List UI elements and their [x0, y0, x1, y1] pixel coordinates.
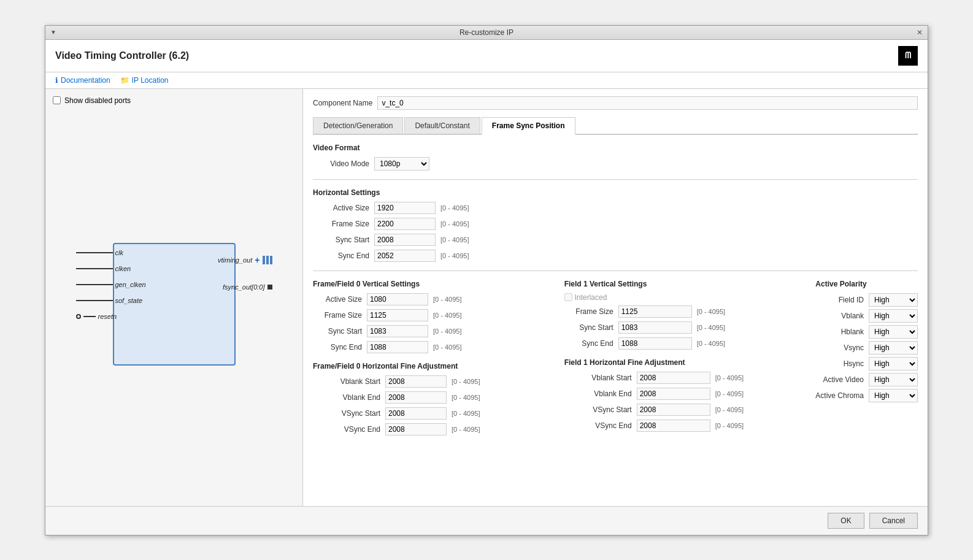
f1-frame-size-label: Frame Size: [564, 307, 613, 316]
vsync-select[interactable]: HighLow: [869, 341, 918, 355]
component-name-label: Component Name: [313, 99, 372, 107]
f0-frame-size-row: Frame Size [0 - 4095]: [313, 309, 552, 321]
h-sync-end-input[interactable]: [374, 250, 436, 262]
h-active-size-row: Active Size [0 - 4095]: [320, 202, 918, 214]
tab-frame-sync-position[interactable]: Frame Sync Position: [482, 117, 575, 135]
f0-vblank-start-input[interactable]: [385, 375, 447, 388]
close-icon[interactable]: ✕: [917, 28, 923, 37]
port-fsync-out: fsync_out[0:0]: [218, 283, 272, 291]
f0-vsync-end-input[interactable]: [385, 423, 447, 435]
col-field1: Field 1 Vertical Settings Interlaced Fra…: [564, 280, 804, 439]
f1-vsync-end-label: VSync End: [564, 421, 632, 430]
f0-vblank-start-label: Vblank Start: [313, 377, 380, 386]
component-name-row: Component Name: [313, 96, 918, 110]
f0-frame-size-input[interactable]: [367, 309, 428, 321]
video-format-title: Video Format: [313, 144, 918, 152]
video-format-section: Video Format Video Mode 1080p 720p 480p …: [313, 144, 918, 171]
f1-vblank-start-input[interactable]: [637, 372, 710, 384]
folder-icon: 📁: [120, 76, 129, 85]
f0-sync-end-label: Sync End: [313, 343, 362, 351]
f1-vsync-end-range: [0 - 4095]: [715, 422, 744, 429]
h-frame-size-range: [0 - 4095]: [440, 220, 469, 228]
f0-vblank-end-row: Vblank End [0 - 4095]: [313, 391, 552, 404]
hblank-select[interactable]: HighLow: [869, 325, 918, 339]
f1-vsync-start-input[interactable]: [637, 404, 710, 416]
toolbar: ℹ Documentation 📁 IP Location: [45, 72, 928, 89]
f0-active-size-input[interactable]: [367, 293, 428, 305]
port-gen-clken-line: [76, 284, 113, 285]
interlaced-text: Interlaced: [575, 293, 607, 302]
h-active-size-input[interactable]: [374, 202, 436, 214]
field-id-label: Field ID: [815, 296, 864, 304]
f1-vblank-end-input[interactable]: [637, 388, 710, 400]
footer: OK Cancel: [45, 506, 928, 535]
ip-location-button[interactable]: 📁 IP Location: [120, 76, 169, 85]
port-vtiming-label: vtiming_out: [218, 256, 252, 264]
port-gen-clken-label: gen_clken: [115, 281, 146, 288]
f0-sync-end-input[interactable]: [367, 341, 428, 353]
ok-button[interactable]: OK: [828, 513, 864, 529]
tabs: Detection/Generation Default/Constant Fr…: [313, 117, 918, 135]
f0-vblank-start-row: Vblank Start [0 - 4095]: [313, 375, 552, 388]
f1-vsync-start-range: [0 - 4095]: [715, 406, 744, 413]
f0-active-size-row: Active Size [0 - 4095]: [313, 293, 552, 305]
active-video-select[interactable]: HighLow: [869, 373, 918, 386]
f0-sync-start-label: Sync Start: [313, 327, 362, 336]
f1-sync-start-input[interactable]: [618, 321, 692, 334]
amd-logo: ᗰ: [898, 46, 918, 66]
interlaced-checkbox[interactable]: [564, 293, 572, 301]
port-clk: clk: [76, 249, 146, 256]
f1-frame-size-input[interactable]: [618, 305, 692, 318]
f1-sync-end-input[interactable]: [618, 337, 692, 350]
port-resetn-label: resetn: [98, 313, 117, 320]
f1-vblank-start-row: Vblank Start [0 - 4095]: [564, 372, 804, 384]
right-ports: + vtiming_out fsync_out[0:0]: [218, 255, 272, 291]
h-sync-start-input[interactable]: [374, 234, 436, 246]
port-resetn: resetn: [76, 313, 146, 320]
f0-sync-start-input[interactable]: [367, 325, 428, 337]
cancel-button[interactable]: Cancel: [869, 513, 918, 529]
tab-detection-generation[interactable]: Detection/Generation: [313, 117, 403, 134]
f0-sync-end-range: [0 - 4095]: [433, 343, 461, 351]
hblank-label: Hblank: [815, 328, 864, 336]
documentation-button[interactable]: ℹ Documentation: [55, 76, 110, 85]
h-frame-size-input[interactable]: [374, 218, 436, 230]
active-chroma-select[interactable]: HighLow: [869, 389, 918, 402]
f0-vblank-end-input[interactable]: [385, 391, 447, 404]
f0-active-size-label: Active Size: [313, 295, 362, 304]
ip-location-label[interactable]: IP Location: [132, 76, 169, 85]
info-icon: ℹ: [55, 76, 58, 85]
vblank-select[interactable]: HighLow: [869, 309, 918, 323]
bottom-columns: Frame/Field 0 Vertical Settings Active S…: [313, 280, 918, 439]
port-clken-line: [76, 268, 113, 269]
f0-hfine-title: Frame/Field 0 Horizontal Fine Adjustment: [313, 362, 552, 370]
vblank-label: Vblank: [815, 312, 864, 320]
f0-vsync-start-input[interactable]: [385, 407, 447, 420]
port-vtiming-bars: [263, 256, 272, 264]
f0-sync-start-range: [0 - 4095]: [433, 328, 461, 335]
f1-vsync-end-input[interactable]: [637, 420, 710, 432]
field0-vertical-title: Frame/Field 0 Vertical Settings: [313, 280, 552, 288]
f1-frame-size-row: Frame Size [0 - 4095]: [564, 305, 804, 318]
horizontal-title: Horizontal Settings: [313, 188, 918, 197]
show-disabled-ports-checkbox[interactable]: [53, 96, 61, 104]
right-panel: Component Name Detection/Generation Defa…: [303, 89, 928, 506]
component-name-input[interactable]: [377, 96, 918, 110]
f1-vblank-start-label: Vblank Start: [564, 374, 632, 382]
f0-active-size-range: [0 - 4095]: [433, 296, 461, 303]
title-bar: ▼ Re-customize IP ✕: [45, 26, 928, 40]
f1-hfine-title: Field 1 Horizontal Fine Adjustment: [564, 358, 804, 367]
f0-vsync-end-row: VSync End [0 - 4095]: [313, 423, 552, 435]
h-sync-end-label: Sync End: [320, 251, 369, 260]
field-id-select[interactable]: HighLow: [869, 293, 918, 307]
h-frame-size-label: Frame Size: [320, 220, 369, 228]
documentation-label[interactable]: Documentation: [61, 76, 110, 85]
hsync-select[interactable]: HighLow: [869, 357, 918, 370]
h-sync-end-row: Sync End [0 - 4095]: [320, 250, 918, 262]
window-arrow-icon[interactable]: ▼: [50, 29, 56, 36]
video-mode-select[interactable]: 1080p 720p 480p Custom: [374, 157, 429, 171]
video-mode-label: Video Mode: [320, 159, 369, 168]
tab-default-constant[interactable]: Default/Constant: [404, 117, 480, 134]
video-mode-row: Video Mode 1080p 720p 480p Custom: [320, 157, 918, 171]
f1-sync-start-row: Sync Start [0 - 4095]: [564, 321, 804, 334]
